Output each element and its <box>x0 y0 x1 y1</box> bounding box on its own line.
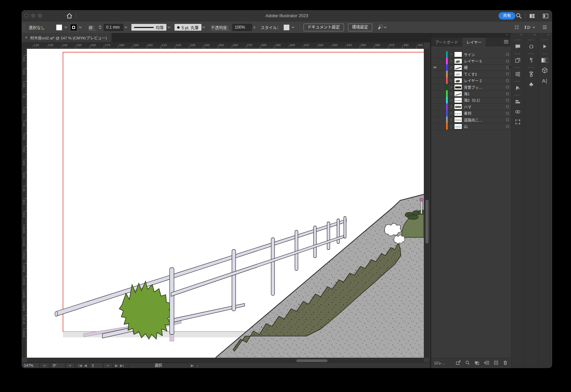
artboard-number-field[interactable]: 1 <box>90 363 103 368</box>
chevron-down-icon[interactable] <box>123 25 128 30</box>
lock-toggle[interactable] <box>439 123 446 129</box>
layer-thumbnail[interactable] <box>454 84 462 90</box>
layer-thumbnail[interactable] <box>454 52 462 57</box>
lock-toggle[interactable] <box>439 103 446 110</box>
target-circle-icon[interactable] <box>504 111 511 115</box>
gradient-icon[interactable] <box>539 55 551 65</box>
stroke-weight-input[interactable]: 0.1 mm <box>104 24 123 31</box>
arrange-objects-icon[interactable] <box>376 24 383 30</box>
dock-group-grip[interactable] <box>515 53 521 54</box>
lock-toggle[interactable] <box>439 110 446 117</box>
locate-icon[interactable] <box>465 360 470 365</box>
previous-artboard-icon[interactable]: ◀ <box>84 363 87 368</box>
type-icon[interactable]: A| <box>539 75 551 86</box>
visibility-toggle[interactable] <box>431 71 439 77</box>
dock-group-grip[interactable] <box>515 95 521 96</box>
chevron-right-icon[interactable] <box>448 99 454 102</box>
stroke-weight-stepper[interactable] <box>99 25 102 29</box>
trash-icon[interactable] <box>503 360 508 365</box>
target-circle-icon[interactable] <box>504 118 511 122</box>
three-d-icon[interactable] <box>539 65 551 75</box>
layer-name[interactable]: 柵 <box>464 65 504 70</box>
layer-row[interactable]: 海2（0.1） <box>431 97 511 104</box>
layer-name[interactable]: てくす2 <box>464 71 504 77</box>
symbols-icon[interactable]: ♣ <box>525 79 537 89</box>
chevron-right-icon[interactable] <box>448 79 454 82</box>
chevron-down-icon[interactable] <box>201 25 206 30</box>
layer-name[interactable]: 山 <box>464 124 504 129</box>
layer-name[interactable]: サイン <box>464 52 504 57</box>
layer-name[interactable]: 車列 <box>464 110 504 116</box>
rotation-dropdown[interactable] <box>65 363 75 368</box>
horizontal-ruler[interactable]: 120 130 140 150 160 170 180 190 200 210 … <box>27 42 424 49</box>
collect-icon[interactable] <box>455 360 461 365</box>
dock-group-grip[interactable] <box>528 53 534 54</box>
brushes-icon[interactable] <box>525 69 537 79</box>
visibility-toggle[interactable] <box>431 58 439 64</box>
dock-group-grip[interactable] <box>528 39 534 40</box>
document-tab[interactable]: × 材木座vol2.ai* @ 147 % (CMYK/プレビュー) <box>22 33 112 42</box>
visibility-toggle[interactable] <box>431 51 439 58</box>
target-circle-icon[interactable] <box>504 92 511 96</box>
chevron-down-icon[interactable] <box>291 25 295 30</box>
new-layer-icon[interactable] <box>493 360 499 365</box>
visibility-toggle[interactable] <box>431 77 439 84</box>
layer-thumbnail[interactable] <box>454 71 462 77</box>
share-button[interactable]: 共有 <box>499 12 515 20</box>
vertical-scrollbar-thumb[interactable] <box>425 200 429 243</box>
first-artboard-icon[interactable]: |◀ <box>78 363 82 368</box>
lock-toggle[interactable] <box>439 90 446 97</box>
visibility-toggle[interactable] <box>431 90 439 97</box>
links-icon[interactable] <box>512 107 524 117</box>
color-guide-icon[interactable] <box>512 83 524 93</box>
target-circle-icon[interactable] <box>504 85 511 89</box>
layer-row[interactable]: 背景ブッ… <box>431 84 511 91</box>
stroke-profile-select[interactable]: 均等 <box>131 24 166 31</box>
chevron-down-icon[interactable] <box>383 25 388 30</box>
rotation-field[interactable]: 0° <box>51 363 65 368</box>
lock-toggle[interactable] <box>439 97 446 103</box>
transform-icon[interactable] <box>512 117 524 127</box>
panel-toggle-icon[interactable] <box>542 13 549 19</box>
layer-name[interactable]: ハマ <box>464 104 504 109</box>
artboard-dropdown[interactable] <box>103 363 113 368</box>
lock-toggle[interactable] <box>439 84 446 90</box>
layer-name[interactable]: 海2（0.1） <box>464 97 504 103</box>
close-tab-icon[interactable]: × <box>25 35 28 40</box>
visibility-toggle[interactable] <box>431 84 439 90</box>
style-swatch[interactable] <box>283 24 290 31</box>
menu-list-icon[interactable] <box>542 25 547 30</box>
chevron-right-icon[interactable] <box>448 125 454 128</box>
target-circle-icon[interactable] <box>504 98 511 102</box>
visibility-toggle[interactable] <box>431 97 439 103</box>
opacity-label[interactable]: 不透明度： <box>211 25 231 30</box>
stroke-o-icon[interactable]: O <box>525 41 537 52</box>
layer-name[interactable]: レイヤー 5 <box>464 58 504 64</box>
layer-thumbnail[interactable] <box>454 124 462 129</box>
visibility-toggle[interactable] <box>431 123 439 129</box>
layer-row[interactable]: レイヤー 5 <box>431 58 511 64</box>
target-circle-icon[interactable] <box>504 53 511 56</box>
dock-group-grip[interactable] <box>528 67 534 68</box>
chevron-right-icon[interactable] <box>448 72 454 75</box>
vertical-scrollbar[interactable] <box>424 49 429 358</box>
layer-row[interactable]: 道路向こ… <box>431 117 511 123</box>
layer-row[interactable]: ハマ <box>431 103 511 110</box>
collapse-dock-icon[interactable]: ‹‹ <box>534 33 536 36</box>
chevron-right-icon[interactable] <box>448 53 454 56</box>
chevron-down-icon[interactable] <box>531 25 536 30</box>
lock-toggle[interactable] <box>439 77 446 84</box>
panel-tab-layers[interactable]: レイヤー <box>462 38 486 46</box>
visibility-toggle[interactable] <box>431 103 439 110</box>
stroke-color-swatch[interactable] <box>70 24 77 31</box>
target-circle-icon[interactable] <box>504 59 511 63</box>
target-circle-icon[interactable] <box>504 125 511 128</box>
chevron-right-icon[interactable] <box>448 60 454 63</box>
horizontal-scrollbar-thumb[interactable] <box>296 359 327 362</box>
stroke-weight-label[interactable]: 線： <box>89 25 97 30</box>
collapse-panel-icon[interactable]: ‹‹ <box>506 33 508 36</box>
layer-thumbnail[interactable] <box>454 117 462 123</box>
chevron-right-icon[interactable] <box>448 118 454 121</box>
lock-toggle[interactable] <box>439 58 446 64</box>
layer-name[interactable]: レイヤー 2 <box>464 78 504 83</box>
